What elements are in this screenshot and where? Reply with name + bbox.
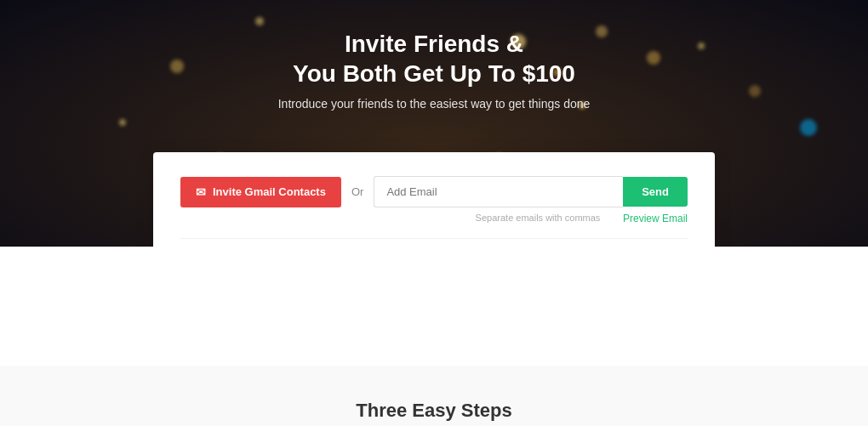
email-input[interactable]: [374, 176, 623, 207]
email-invite-row: ✉ Invite Gmail Contacts Or Send: [180, 176, 688, 207]
or-label: Or: [351, 185, 363, 198]
hero-section: Invite Friends & You Both Get Up To $100…: [0, 0, 868, 247]
bokeh-dot: [596, 26, 608, 37]
invite-gmail-label: Invite Gmail Contacts: [213, 185, 326, 198]
bottom-section: Three Easy Steps ① Spread the word by em…: [0, 366, 868, 426]
hero-title: Invite Friends & You Both Get Up To $100: [278, 29, 591, 88]
email-hint-row: Separate emails with commas Preview Emai…: [180, 213, 688, 224]
three-steps-title: Three Easy Steps: [0, 400, 868, 422]
send-button[interactable]: Send: [623, 177, 688, 207]
card-divider: [180, 238, 688, 239]
email-hint: Separate emails with commas: [476, 213, 601, 224]
bokeh-dot: [800, 119, 817, 136]
invite-card: ✉ Invite Gmail Contacts Or Send Separate…: [153, 152, 715, 247]
envelope-icon: ✉: [196, 185, 206, 199]
bokeh-dot: [170, 60, 184, 73]
bokeh-dot: [119, 119, 126, 126]
bokeh-dot: [255, 17, 264, 26]
invite-gmail-button[interactable]: ✉ Invite Gmail Contacts: [180, 177, 341, 207]
email-send-row: Send: [374, 176, 688, 207]
hero-subtitle: Introduce your friends to the easiest wa…: [278, 97, 591, 111]
bokeh-dot: [647, 51, 660, 65]
bokeh-dot: [698, 43, 705, 49]
bokeh-dot: [749, 85, 761, 97]
hero-content: Invite Friends & You Both Get Up To $100…: [278, 20, 591, 131]
preview-email-link[interactable]: Preview Email: [623, 213, 688, 224]
